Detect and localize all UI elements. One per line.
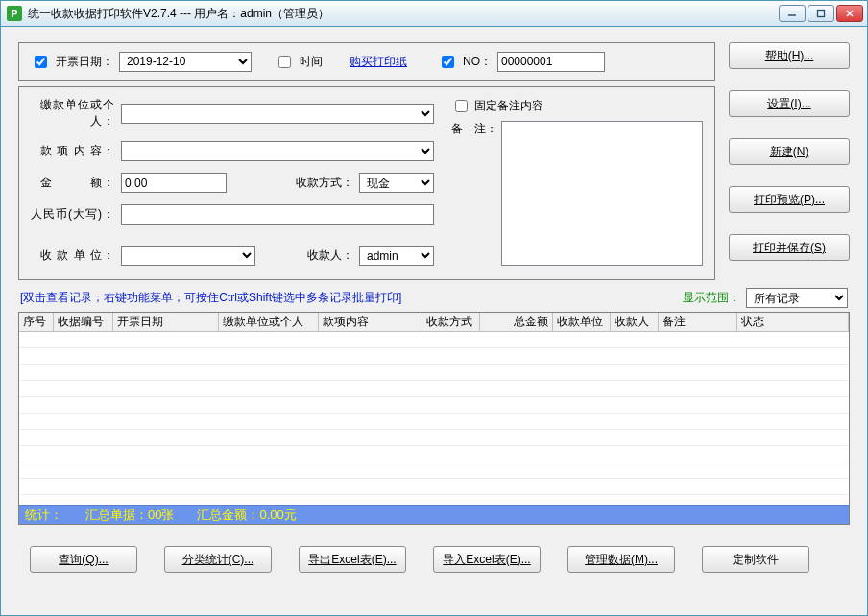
buy-paper-link[interactable]: 购买打印纸	[350, 54, 407, 70]
no-label: NO：	[463, 54, 492, 70]
col-date[interactable]: 开票日期	[113, 313, 219, 331]
col-method[interactable]: 收款方式	[422, 313, 480, 331]
app-icon: P	[7, 6, 22, 21]
maximize-button[interactable]	[808, 5, 834, 22]
col-cashier[interactable]: 收款人	[611, 313, 659, 331]
print-preview-button[interactable]: 打印预览(P)...	[729, 186, 850, 213]
fixed-note-label: 固定备注内容	[474, 98, 543, 114]
rmb-upper-label: 人民币(大写)：	[31, 206, 115, 223]
range-combo[interactable]: 所有记录	[746, 288, 848, 308]
header-panel: 开票日期： 2019-12-10 时间 购买打印纸 NO：	[18, 42, 715, 81]
bottom-buttons: 查询(Q)... 分类统计(C)... 导出Excel表(E)... 导入Exc…	[18, 546, 850, 573]
payer-label: 缴款单位或个人：	[31, 97, 115, 130]
col-payee-unit[interactable]: 收款单位	[553, 313, 611, 331]
col-total[interactable]: 总金额	[480, 313, 553, 331]
close-button[interactable]	[836, 5, 863, 22]
records-grid[interactable]: 序号 收据编号 开票日期 缴款单位或个人 款项内容 收款方式 总金额 收款单位 …	[18, 312, 850, 525]
no-input[interactable]	[497, 52, 605, 72]
import-button[interactable]: 导入Excel表(E)...	[433, 546, 541, 573]
minimize-button[interactable]	[779, 5, 806, 22]
mid-bar: [双击查看记录；右键功能菜单；可按住Ctrl或Shift键选中多条记录批量打印]…	[20, 288, 848, 308]
pay-method-combo[interactable]: 现金	[359, 173, 434, 193]
note-textarea[interactable]	[501, 121, 703, 266]
query-button[interactable]: 查询(Q)...	[30, 546, 137, 573]
note-label: 备 注：	[451, 121, 497, 266]
no-checkbox[interactable]	[442, 56, 454, 68]
new-button[interactable]: 新建(N)	[729, 138, 850, 165]
client-area: 开票日期： 2019-12-10 时间 购买打印纸 NO： 缴款单位或个人：	[0, 27, 868, 616]
range-label: 显示范围：	[683, 290, 740, 306]
col-payer[interactable]: 缴款单位或个人	[219, 313, 319, 331]
svg-rect-1	[818, 11, 825, 17]
item-label: 款 项 内 容：	[31, 143, 115, 159]
stats-label: 统计：	[25, 507, 62, 524]
grid-body[interactable]	[19, 332, 849, 505]
classify-button[interactable]: 分类统计(C)...	[164, 546, 272, 573]
help-button[interactable]: 帮助(H)...	[729, 42, 850, 69]
fixed-note-checkbox[interactable]	[455, 100, 468, 112]
invoice-date-label: 开票日期：	[56, 54, 113, 70]
stats-bar: 统计： 汇总单据：00张 汇总金额：0.00元	[19, 505, 849, 525]
col-item[interactable]: 款项内容	[319, 313, 422, 331]
manage-button[interactable]: 管理数据(M)...	[567, 546, 675, 573]
window-title: 统一收款收据打印软件V2.7.4 --- 用户名：admin（管理员）	[28, 6, 779, 22]
col-note[interactable]: 备注	[659, 313, 737, 331]
window-controls	[779, 5, 863, 22]
time-label: 时间	[300, 54, 323, 70]
cashier-combo[interactable]: admin	[359, 246, 434, 266]
export-button[interactable]: 导出Excel表(E)...	[299, 546, 406, 573]
settings-button[interactable]: 设置(I)...	[729, 90, 850, 117]
payee-unit-label: 收 款 单 位：	[31, 248, 115, 264]
rmb-upper-input[interactable]	[121, 204, 434, 225]
time-checkbox[interactable]	[278, 56, 291, 68]
payee-unit-combo[interactable]	[121, 246, 255, 266]
col-status[interactable]: 状态	[737, 313, 849, 331]
amount-input[interactable]	[121, 173, 227, 193]
side-buttons: 帮助(H)... 设置(I)... 新建(N) 打印预览(P)... 打印并保存…	[729, 42, 850, 280]
stats-count: 汇总单据：00张	[85, 507, 174, 524]
col-seq[interactable]: 序号	[19, 313, 54, 331]
payer-combo[interactable]	[121, 104, 434, 124]
custom-button[interactable]: 定制软件	[702, 546, 809, 573]
col-receipt-no[interactable]: 收据编号	[54, 313, 113, 331]
item-combo[interactable]	[121, 141, 434, 161]
title-bar: P 统一收款收据打印软件V2.7.4 --- 用户名：admin（管理员）	[0, 0, 868, 27]
form-panel: 缴款单位或个人： 款 项 内 容： 金 额： 收款方式： 现金	[18, 86, 715, 280]
grid-hint: [双击查看记录；右键功能菜单；可按住Ctrl或Shift键选中多条记录批量打印]	[20, 290, 683, 306]
stats-sum: 汇总金额：0.00元	[197, 507, 296, 524]
amount-label: 金 额：	[31, 175, 115, 191]
cashier-label: 收款人：	[307, 248, 353, 264]
print-save-button[interactable]: 打印并保存(S)	[729, 234, 850, 261]
pay-method-label: 收款方式：	[296, 175, 353, 191]
invoice-date-combo[interactable]: 2019-12-10	[119, 52, 252, 72]
grid-header: 序号 收据编号 开票日期 缴款单位或个人 款项内容 收款方式 总金额 收款单位 …	[19, 313, 849, 332]
invoice-date-checkbox[interactable]	[35, 56, 47, 68]
